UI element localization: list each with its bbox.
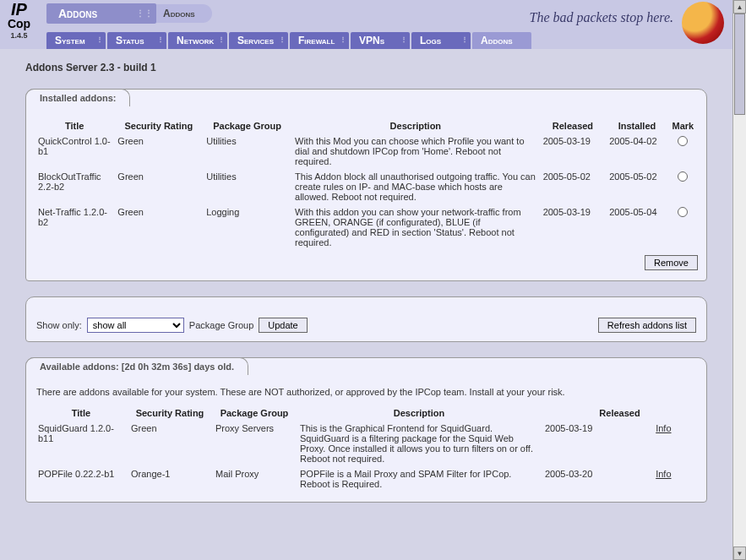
package-group-select[interactable]: show all	[87, 318, 184, 333]
mark-radio[interactable]	[678, 207, 688, 217]
chevron-down-icon: ⋮	[218, 35, 225, 43]
cell-title: POPFile 0.22.2-b1	[35, 466, 128, 492]
vertical-scrollbar[interactable]: ▲ ▼	[732, 0, 746, 560]
cell-inst: 2005-05-02	[606, 169, 667, 204]
page-title: Addons Server 2.3 - build 1	[25, 62, 707, 73]
cell-title: SquidGuard 1.2.0-b11	[35, 421, 128, 466]
available-table: Title Security Rating Package Group Desc…	[35, 405, 698, 492]
chevron-down-icon: ⋮	[157, 35, 164, 43]
update-button[interactable]: Update	[259, 318, 307, 333]
breadcrumb-page: Addons	[155, 4, 212, 23]
main-nav: System⋮ Status⋮ Network⋮ Services⋮ Firew…	[46, 32, 533, 49]
table-row: BlockOutTraffic 2.2-b2 Green Utilities T…	[35, 169, 698, 204]
logo: IP Cop 1.4.5	[0, 0, 38, 40]
cell-pkg: Mail Proxy	[212, 466, 297, 492]
remove-button[interactable]: Remove	[645, 255, 698, 270]
cell-inst: 2005-05-04	[606, 204, 667, 250]
cell-inst: 2005-04-02	[606, 133, 667, 169]
scroll-up-icon[interactable]: ▲	[733, 0, 746, 14]
cell-pkg: Utilities	[203, 133, 291, 169]
cell-desc: With this addon you can show your networ…	[291, 204, 540, 250]
cell-rel: 2005-03-19	[540, 204, 607, 250]
scroll-track[interactable]	[733, 14, 746, 546]
mascot-icon	[682, 2, 724, 44]
top-bar: IP Cop 1.4.5 Addons Addons The bad packe…	[0, 0, 732, 49]
col-title: Title	[35, 405, 128, 421]
col-sec: Security Rating	[128, 405, 212, 421]
cell-pkg: Utilities	[203, 169, 291, 204]
cell-rel: 2005-03-19	[540, 133, 607, 169]
filter-panel: Show only: show all Package Group Update…	[25, 296, 707, 342]
breadcrumb-section: Addons	[46, 3, 156, 24]
cell-rel: 2005-03-19	[542, 421, 652, 466]
cell-pkg: Proxy Servers	[212, 421, 297, 466]
installed-panel: Installed addons: Title Security Rating …	[25, 89, 707, 281]
tagline: The bad packets stop here.	[530, 10, 673, 25]
breadcrumb: Addons Addons	[46, 3, 212, 24]
nav-addons[interactable]: Addons	[472, 32, 531, 49]
table-row: Net-Traffic 1.2.0-b2 Green Logging With …	[35, 204, 698, 250]
chevron-down-icon: ⋮	[279, 35, 286, 43]
cell-desc: This is the Graphical Frontend for Squid…	[297, 421, 542, 466]
col-title: Title	[35, 118, 114, 133]
mark-radio[interactable]	[678, 171, 688, 182]
cell-title: QuickControl 1.0-b1	[35, 133, 114, 169]
available-warning: There are addons available for your syst…	[36, 387, 696, 397]
mark-radio[interactable]	[678, 136, 688, 146]
nav-vpns[interactable]: VPNs⋮	[351, 32, 410, 49]
cell-title: BlockOutTraffic 2.2-b2	[35, 169, 114, 204]
show-only-label: Show only:	[36, 320, 82, 330]
scroll-thumb[interactable]	[734, 14, 745, 115]
scroll-down-icon[interactable]: ▼	[733, 546, 746, 560]
cell-sec: Green	[128, 421, 212, 466]
cell-desc: POPFile is a Mail Proxy and SPAM Filter …	[297, 466, 542, 492]
chevron-down-icon: ⋮	[400, 35, 407, 43]
info-link[interactable]: Info	[656, 469, 671, 479]
info-link[interactable]: Info	[656, 423, 671, 433]
nav-status[interactable]: Status⋮	[107, 32, 166, 49]
cell-sec: Orange-1	[128, 466, 212, 492]
chevron-down-icon: ⋮	[461, 35, 468, 43]
logo-cop: Cop	[0, 17, 38, 30]
col-desc: Description	[291, 118, 540, 133]
col-pkg: Package Group	[212, 405, 297, 421]
table-row: QuickControl 1.0-b1 Green Utilities With…	[35, 133, 698, 169]
nav-network[interactable]: Network⋮	[168, 32, 227, 49]
cell-sec: Green	[114, 169, 203, 204]
cell-sec: Green	[114, 204, 203, 250]
chevron-down-icon: ⋮	[96, 35, 103, 43]
col-rel: Released	[542, 405, 698, 421]
cell-sec: Green	[114, 133, 203, 169]
chevron-down-icon: ⋮	[340, 35, 346, 43]
available-heading: Available addons: [2d 0h 32m 36s] days o…	[25, 357, 248, 375]
table-row: POPFile 0.22.2-b1 Orange-1 Mail Proxy PO…	[35, 466, 698, 492]
table-row: SquidGuard 1.2.0-b11 Green Proxy Servers…	[35, 421, 698, 466]
refresh-addons-button[interactable]: Refresh addons list	[598, 318, 696, 333]
nav-firewall[interactable]: Firewall⋮	[290, 32, 349, 49]
cell-desc: With this Mod you can choose which Profi…	[291, 133, 540, 169]
cell-title: Net-Traffic 1.2.0-b2	[35, 204, 114, 250]
col-sec: Security Rating	[114, 118, 203, 133]
col-inst: Installed	[606, 118, 667, 133]
nav-system[interactable]: System⋮	[46, 32, 106, 49]
nav-services[interactable]: Services⋮	[229, 32, 288, 49]
available-panel: Available addons: [2d 0h 32m 36s] days o…	[25, 357, 707, 503]
cell-pkg: Logging	[203, 204, 291, 250]
cell-desc: This Addon block all unauthorised outgoi…	[291, 169, 540, 204]
col-mark: Mark	[668, 118, 698, 133]
cell-rel: 2005-03-20	[542, 466, 652, 492]
pkg-group-label: Package Group	[189, 320, 253, 330]
cell-rel: 2005-05-02	[540, 169, 607, 204]
col-desc: Description	[297, 405, 542, 421]
col-pkg: Package Group	[203, 118, 291, 133]
installed-heading: Installed addons:	[25, 89, 130, 106]
col-rel: Released	[540, 118, 607, 133]
installed-table: Title Security Rating Package Group Desc…	[35, 118, 698, 250]
logo-version: 1.4.5	[10, 31, 27, 40]
nav-logs[interactable]: Logs⋮	[411, 32, 471, 49]
logo-ip: IP	[0, 2, 38, 17]
